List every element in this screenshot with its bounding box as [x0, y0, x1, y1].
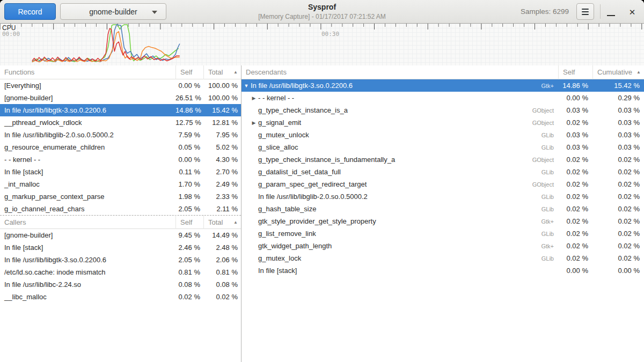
self-column-header[interactable]: Self [175, 215, 203, 229]
caller-name-cell: [gnome-builder] [0, 231, 175, 239]
table-row[interactable]: /etc/ld.so.cache: inode mismatch0.81 %0.… [0, 266, 241, 278]
cpu-usage-graph[interactable]: CPU 00:00 00:30 [0, 24, 644, 66]
self-value-cell: 0.03 % [558, 131, 592, 139]
tree-row[interactable]: ▼In file /usr/lib/libgtk-3.so.0.2200.6Gt… [241, 79, 644, 92]
total-value-cell: 2.49 % [203, 180, 241, 188]
descendants-column-header[interactable]: Descendants [241, 65, 558, 79]
tree-row[interactable]: ▶- - kernel - -0.00 %0.29 % [241, 92, 644, 104]
self-value-cell: 0.02 % [558, 180, 592, 188]
tree-row[interactable]: g_type_check_instance_is_fundamentally_a… [241, 153, 644, 166]
tree-row[interactable]: In file [stack]0.00 %0.00 % [241, 264, 644, 277]
category-badge: Gtk+ [541, 243, 558, 249]
samples-count: Samples: 6299 [521, 8, 569, 16]
tree-row[interactable]: g_mutex_unlockGLib0.03 %0.03 % [241, 129, 644, 141]
self-value-cell: 0.81 % [175, 268, 203, 276]
total-column-header[interactable]: Total ▲ [203, 215, 241, 229]
cumulative-column-header[interactable]: Cumulative ▲ [592, 65, 644, 79]
tree-row[interactable]: g_slice_allocGLib0.03 %0.03 % [241, 141, 644, 153]
table-row[interactable]: In file [stack]0.11 %2.70 % [0, 166, 241, 178]
descendant-name-cell: gtk_style_provider_get_style_property [257, 217, 541, 225]
table-row[interactable]: - - kernel - -0.00 %4.30 % [0, 153, 241, 166]
self-value-cell: 9.45 % [175, 231, 203, 239]
chevron-down-icon [152, 11, 157, 14]
table-row[interactable]: _int_malloc1.70 %2.49 % [0, 178, 241, 190]
tree-row[interactable]: gtk_style_provider_get_style_propertyGtk… [241, 215, 644, 227]
functions-list: [Everything]0.00 %100.00 %[gnome-builder… [0, 79, 241, 215]
category-badge: GLib [541, 169, 558, 175]
self-value-cell: 0.03 % [558, 143, 592, 151]
self-value-cell: 0.02 % [558, 156, 592, 164]
tree-row[interactable]: In file /usr/lib/libglib-2.0.so.0.5000.2… [241, 190, 644, 203]
record-button[interactable]: Record [4, 3, 56, 20]
table-row[interactable]: [gnome-builder]26.51 %100.00 % [0, 92, 241, 104]
descendants-panel: Descendants Self Cumulative ▲ ▼In file /… [241, 65, 644, 362]
descendant-name-cell: g_mutex_unlock [257, 131, 541, 139]
cumulative-value-cell: 0.03 % [592, 119, 644, 127]
tree-row[interactable]: g_type_check_instance_is_aGObject0.03 %0… [241, 104, 644, 116]
table-row[interactable]: g_markup_parse_context_parse1.98 %2.33 % [0, 190, 241, 203]
cumulative-value-cell: 0.02 % [592, 230, 644, 238]
expander-collapsed-icon[interactable]: ▶ [251, 120, 257, 125]
tree-row[interactable]: g_param_spec_get_redirect_targetGObject0… [241, 178, 644, 190]
caller-name-cell: /etc/ld.so.cache: inode mismatch [0, 268, 175, 276]
callers-column-header[interactable]: Callers [0, 215, 175, 229]
cumulative-value-cell: 0.03 % [592, 131, 644, 139]
cumulative-value-cell: 0.02 % [592, 193, 644, 201]
category-badge: Gtk+ [541, 83, 558, 89]
descendants-tree: ▼In file /usr/lib/libgtk-3.so.0.2200.6Gt… [241, 79, 644, 277]
tree-row[interactable]: gtk_widget_path_lengthGtk+0.02 %0.02 % [241, 240, 644, 252]
cumulative-value-cell: 0.02 % [592, 254, 644, 262]
tree-row[interactable]: ▶g_signal_emitGObject0.02 %0.03 % [241, 116, 644, 129]
descendant-name-cell: g_param_spec_get_redirect_target [257, 180, 532, 188]
minimize-button[interactable] [603, 5, 618, 19]
functions-column-header[interactable]: Functions [0, 65, 175, 79]
table-row[interactable]: g_io_channel_read_chars2.05 %2.11 % [0, 203, 241, 215]
table-row[interactable]: In file /usr/lib/libgtk-3.so.0.2200.614.… [0, 104, 241, 116]
tree-row[interactable]: g_hash_table_sizeGLib0.02 %0.02 % [241, 203, 644, 215]
descendant-name-cell: g_mutex_lock [257, 254, 541, 262]
table-row[interactable]: __libc_malloc0.02 %0.02 % [0, 291, 241, 303]
category-badge: GObject [532, 107, 558, 114]
function-name-cell: In file /usr/lib/libglib-2.0.so.0.5000.2 [0, 131, 175, 139]
function-name-cell: [gnome-builder] [0, 94, 175, 102]
cumulative-value-cell: 0.02 % [592, 156, 644, 164]
total-value-cell: 2.48 % [203, 243, 241, 252]
total-column-header[interactable]: Total ▲ [203, 65, 241, 79]
descendant-name-cell: In file [stack] [257, 267, 554, 275]
table-row[interactable]: __pthread_rwlock_rdlock12.75 %12.81 % [0, 116, 241, 129]
expander-expanded-icon[interactable]: ▼ [243, 83, 250, 88]
self-value-cell: 14.86 % [175, 106, 203, 114]
self-column-header[interactable]: Self [558, 65, 592, 79]
self-column-header[interactable]: Self [175, 65, 203, 79]
self-value-cell: 0.02 % [558, 242, 592, 250]
table-row[interactable]: g_resource_enumerate_children0.05 %5.02 … [0, 141, 241, 153]
menu-button[interactable] [576, 3, 594, 20]
table-row[interactable]: [Everything]0.00 %100.00 % [0, 79, 241, 92]
category-badge: GLib [541, 144, 558, 151]
self-value-cell: 0.02 % [558, 254, 592, 262]
function-name-cell: g_io_channel_read_chars [0, 205, 175, 213]
minimize-icon [607, 15, 615, 16]
caller-name-cell: In file [stack] [0, 243, 175, 252]
table-row[interactable]: In file /usr/lib/libgtk-3.so.0.2200.62.0… [0, 254, 241, 266]
table-row[interactable]: In file /usr/lib/libc-2.24.so0.08 %0.08 … [0, 278, 241, 291]
self-value-cell: 0.11 % [175, 168, 203, 176]
self-value-cell: 0.00 % [558, 267, 592, 275]
table-row[interactable]: In file [stack]2.46 %2.48 % [0, 241, 241, 254]
tree-row[interactable]: g_list_remove_linkGLib0.02 %0.02 % [241, 227, 644, 240]
table-row[interactable]: [gnome-builder]9.45 %14.49 % [0, 229, 241, 241]
expander-collapsed-icon[interactable]: ▶ [251, 95, 257, 101]
descendant-name-cell: g_slice_alloc [257, 143, 541, 151]
window-title: Sysprof [161, 3, 483, 11]
tree-row[interactable]: g_datalist_id_set_data_fullGLib0.02 %0.0… [241, 166, 644, 178]
descendant-name-cell: In file /usr/lib/libglib-2.0.so.0.5000.2 [257, 193, 541, 201]
table-row[interactable]: In file /usr/lib/libglib-2.0.so.0.5000.2… [0, 129, 241, 141]
self-value-cell: 0.00 % [558, 94, 592, 102]
close-icon: ✕ [629, 8, 636, 17]
close-button[interactable]: ✕ [626, 6, 639, 19]
cpu-graph-canvas [0, 24, 644, 65]
self-value-cell: 0.02 % [175, 293, 203, 301]
tree-row[interactable]: g_mutex_lockGLib0.02 %0.02 % [241, 252, 644, 264]
cumulative-value-cell: 0.29 % [592, 94, 644, 102]
target-select-dropdown[interactable]: gnome-builder [60, 3, 166, 20]
